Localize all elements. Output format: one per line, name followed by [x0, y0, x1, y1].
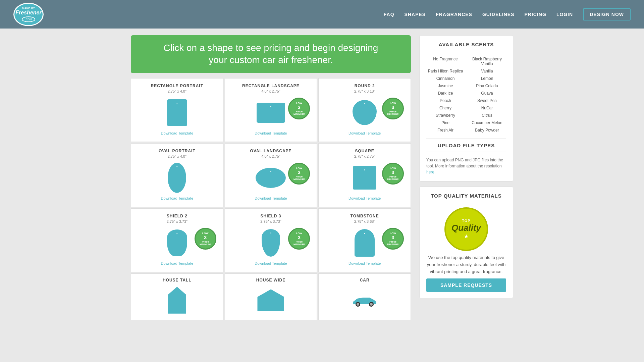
low-piece-badge: Low 3 Piece Minimum! [288, 98, 310, 119]
shape-card-house-tall[interactable]: HOUSE TALL [131, 273, 223, 320]
shape-house-tall-icon [168, 287, 186, 314]
design-now-button[interactable]: DESIGN NOW [583, 8, 631, 20]
nav-faq[interactable]: FAQ [384, 12, 394, 17]
shape-title: ROUND 2 [322, 84, 407, 88]
shape-card-oval-landscape[interactable]: OVAL LANDSCAPE 4.0" x 2.75" Low 3 Piece … [225, 143, 317, 207]
scent-nucar: NuCar [468, 105, 506, 111]
upload-title: UPLOAD FILE TYPES [426, 143, 506, 152]
nav-fragrances[interactable]: FRAGRANCES [436, 12, 472, 17]
scent-fresh-air: Fresh Air [426, 127, 465, 133]
scent-guava: Guava [468, 90, 506, 96]
download-template-link[interactable]: Download Template [228, 196, 314, 200]
shape-oval-landscape-icon [256, 168, 286, 188]
shape-card-round2[interactable]: ROUND 2 2.75" x 3.18" Low 3 Piece Minimu… [318, 78, 411, 142]
shape-shield3-icon [262, 229, 280, 257]
shape-title: SQUARE [322, 149, 407, 153]
logo-make-text: MAKE MY [22, 7, 35, 10]
shape-dims: 2.75" x 3.68" [322, 219, 407, 223]
shape-card-rect-portrait[interactable]: RECTANGLE PORTRAIT 2.75" x 4.0" Download… [131, 78, 223, 142]
shape-dims: 2.75" x 3.73" [228, 219, 314, 223]
shape-card-car[interactable]: CAR [318, 273, 411, 320]
shape-title: SHIELD 3 [228, 214, 314, 218]
download-template-link[interactable]: Download Template [228, 131, 314, 135]
header: MAKE MY Freshener .COM FAQ SHAPES FRAGRA… [0, 0, 644, 29]
download-template-link[interactable]: Download Template [135, 261, 220, 265]
shape-card-tombstone[interactable]: TOMBSTONE 2.75" x 3.68" Low 3 Piece Mini… [318, 208, 411, 272]
quality-badge-word: Quality [451, 223, 481, 233]
shape-title: RECTANGLE PORTRAIT [135, 84, 220, 88]
shape-title: HOUSE WIDE [228, 278, 314, 282]
shape-title: TOMBSTONE [322, 214, 407, 218]
here-link[interactable]: here [426, 170, 434, 174]
low-piece-badge: Low 3 Piece Minimum! [288, 228, 310, 250]
shape-square-icon [353, 166, 376, 190]
download-template-link[interactable]: Download Template [322, 196, 407, 200]
scent-pine: Pine [426, 120, 465, 126]
shape-visual [228, 283, 314, 317]
shape-card-shield2[interactable]: SHIELD 2 2.75" x 3.73" Low 3 Piece Minim… [131, 208, 223, 272]
shape-tombstone-icon [355, 229, 375, 257]
scents-grid: No Fragrance Black Raspberry Vanilla Par… [426, 56, 506, 133]
scent-cinnamon: Cinnamon [426, 75, 465, 82]
scent-strawberry: Strawberry [426, 112, 465, 118]
shape-title: SHIELD 2 [135, 214, 220, 218]
svg-point-1 [357, 303, 359, 306]
shape-round-icon [353, 100, 377, 125]
shape-card-rect-landscape[interactable]: RECTANGLE LANDSCAPE 4.0" x 2.75" Low 3 P… [225, 78, 317, 142]
scent-lemon: Lemon [468, 75, 506, 82]
main-nav: FAQ SHAPES FRAGRANCES GUIDELINES PRICING… [384, 8, 631, 20]
scent-pina-colada: Pina Colada [468, 83, 506, 89]
shape-dims: 2.75" x 3.18" [322, 89, 407, 93]
shape-visual [322, 283, 407, 317]
shape-title: HOUSE TALL [135, 278, 220, 282]
main-area: Click on a shape to see pricing and begi… [131, 35, 411, 320]
shape-rect-landscape-icon [257, 103, 285, 123]
sample-requests-button[interactable]: SAMPLE REQUESTS [426, 278, 506, 292]
upload-description: You can upload PNG and JPG files into th… [426, 157, 506, 175]
download-template-link[interactable]: Download Template [228, 261, 314, 265]
shape-oval-portrait-icon [168, 163, 186, 193]
scent-baby-powder: Baby Powder [468, 127, 506, 133]
scent-cherry: Cherry [426, 105, 465, 111]
quality-title: TOP QUALITY MATERIALS [426, 193, 506, 202]
scent-vanilla: Vanilla [468, 68, 506, 74]
low-piece-badge: Low 3 Piece Minimum! [382, 163, 404, 185]
nav-shapes[interactable]: SHAPES [405, 12, 426, 17]
scent-paris-hilton: Paris Hilton Replica [426, 68, 465, 74]
shape-card-oval-portrait[interactable]: OVAL PORTRAIT 2.75" x 4.0" Download Temp… [131, 143, 223, 207]
download-template-link[interactable]: Download Template [135, 196, 220, 200]
shape-visual [135, 161, 220, 195]
shape-visual: Low 3 Piece Minimum! [322, 96, 407, 130]
scents-card: AVAILABLE SCENTS No Fragrance Black Rasp… [419, 35, 513, 182]
shape-shield2-icon [167, 229, 187, 256]
download-template-link[interactable]: Download Template [322, 261, 407, 265]
shape-title: OVAL PORTRAIT [135, 149, 220, 153]
quality-card: TOP QUALITY MATERIALS TOP Quality ★ We u… [419, 187, 513, 298]
shape-dims: 2.75" x 2.75" [322, 154, 407, 158]
shape-card-shield3[interactable]: SHIELD 3 2.75" x 3.73" Low 3 Piece Minim… [225, 208, 317, 272]
quality-description: We use the top quality materials to give… [426, 254, 506, 275]
logo[interactable]: MAKE MY Freshener .COM [13, 3, 44, 26]
shape-title: RECTANGLE LANDSCAPE [228, 84, 314, 88]
low-piece-badge: Low 3 Piece Minimum! [382, 228, 404, 250]
scent-black-raspberry: Black Raspberry Vanilla [468, 56, 506, 67]
shape-visual [135, 283, 220, 317]
nav-login[interactable]: LOGIN [556, 12, 573, 17]
hero-title: Click on a shape to see pricing and begi… [141, 42, 401, 66]
quality-badge-star: ★ [464, 233, 469, 240]
shape-rect-portrait-icon [167, 99, 187, 126]
shape-visual: Low 3 Piece Minimum! [228, 161, 314, 195]
shape-card-house-wide[interactable]: HOUSE WIDE [225, 273, 317, 320]
shape-dims: 2.75" x 4.0" [135, 89, 220, 93]
logo-freshener-text: Freshener [15, 10, 41, 16]
shape-card-square[interactable]: SQUARE 2.75" x 2.75" Low 3 Piece Minimum… [318, 143, 411, 207]
download-template-link[interactable]: Download Template [322, 131, 407, 135]
page-content: Click on a shape to see pricing and begi… [121, 29, 523, 327]
shape-dims: 4.0" x 2.75" [228, 89, 314, 93]
scent-sweet-pea: Sweet Pea [468, 98, 506, 104]
scent-cucumber-melon: Cucumber Melon [468, 120, 506, 126]
nav-guidelines[interactable]: GUIDELINES [482, 12, 515, 17]
nav-pricing[interactable]: PRICING [525, 12, 546, 17]
download-template-link[interactable]: Download Template [135, 131, 220, 135]
shape-visual [135, 96, 220, 130]
